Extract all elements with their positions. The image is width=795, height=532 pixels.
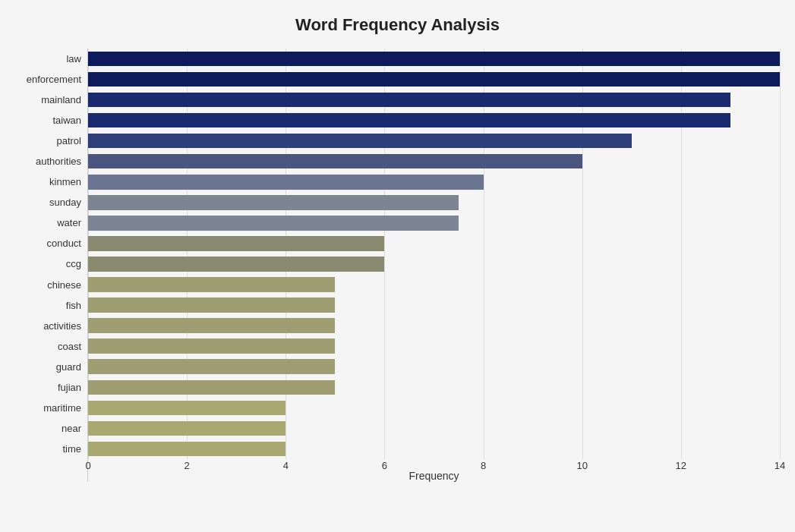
bar-row <box>88 398 780 418</box>
y-label: conduct <box>15 233 87 253</box>
y-label: coast <box>15 336 87 357</box>
y-label: water <box>15 212 87 233</box>
bar <box>88 318 335 332</box>
x-axis-label: Frequency <box>88 470 780 482</box>
y-label: fujian <box>15 377 87 398</box>
bar <box>88 154 582 168</box>
chart-title: Word Frequency Analysis <box>15 15 780 35</box>
bar <box>88 338 335 353</box>
bar-row <box>88 212 780 233</box>
bar <box>88 93 730 107</box>
bar <box>88 257 384 271</box>
y-label: patrol <box>15 131 87 151</box>
y-label: law <box>15 49 87 69</box>
y-label: taiwan <box>15 110 87 131</box>
x-axis: 02468101214Frequency <box>88 459 780 482</box>
y-label: sunday <box>15 192 87 212</box>
bar-row <box>88 110 780 131</box>
bar-row <box>88 253 780 274</box>
y-label: chinese <box>15 275 87 295</box>
bar-row <box>88 377 780 398</box>
bar-row <box>88 192 780 212</box>
bar-row <box>88 69 780 90</box>
bar <box>88 421 286 436</box>
bar <box>88 359 335 373</box>
y-label: ccg <box>15 253 87 274</box>
bar <box>88 380 335 395</box>
bar-row <box>88 295 780 316</box>
y-label: kinmen <box>15 172 87 192</box>
bar <box>88 175 484 189</box>
bar <box>88 236 384 250</box>
bar-row <box>88 439 780 459</box>
y-label: fish <box>15 295 87 316</box>
bar-row <box>88 316 780 336</box>
bar-row <box>88 233 780 253</box>
y-label: maritime <box>15 398 87 418</box>
bar <box>88 113 730 127</box>
y-label: near <box>15 418 87 439</box>
bar-row <box>88 151 780 172</box>
bar-row <box>88 172 780 192</box>
chart-container: Word Frequency Analysis lawenforcementma… <box>0 0 795 532</box>
bar-row <box>88 418 780 439</box>
bar <box>88 195 459 209</box>
y-label: time <box>15 439 87 459</box>
bar-row <box>88 275 780 295</box>
bars-container: 02468101214Frequency <box>87 49 780 482</box>
grid-line <box>780 49 781 459</box>
y-label: enforcement <box>15 69 87 90</box>
chart-area: lawenforcementmainlandtaiwanpatrolauthor… <box>15 49 780 482</box>
bar <box>88 442 286 456</box>
bar-row <box>88 336 780 357</box>
y-label: authorities <box>15 151 87 172</box>
bar <box>88 297 335 312</box>
bar <box>88 401 286 415</box>
bar-row <box>88 357 780 377</box>
y-label: guard <box>15 357 87 377</box>
y-label: activities <box>15 316 87 336</box>
bar-row <box>88 131 780 151</box>
bar <box>88 216 459 230</box>
bar-row <box>88 49 780 69</box>
bar <box>88 134 632 148</box>
bar-row <box>88 90 780 110</box>
plot-area: 02468101214Frequency <box>87 49 780 482</box>
y-label: mainland <box>15 90 87 110</box>
y-axis: lawenforcementmainlandtaiwanpatrolauthor… <box>15 49 87 482</box>
bar <box>88 52 780 66</box>
bar <box>88 72 780 87</box>
bar <box>88 277 335 291</box>
